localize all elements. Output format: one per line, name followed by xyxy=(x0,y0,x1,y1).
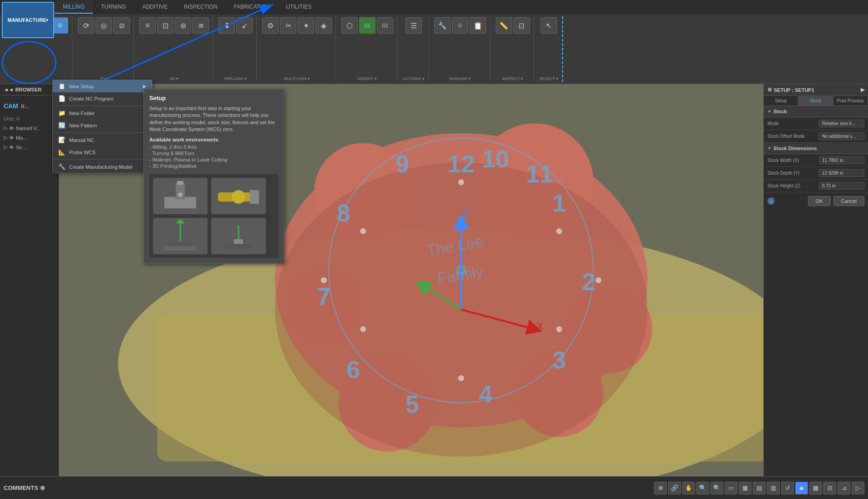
tab-additive[interactable]: ADDITIVE xyxy=(134,1,176,14)
3d-btn-3[interactable]: ⊚ xyxy=(175,17,191,34)
sidebar-item-se[interactable]: ▷ 👁 Se... xyxy=(0,142,59,152)
drill-btn-1[interactable]: ⬇ xyxy=(218,17,235,34)
setup-tooltip: Setup Setup is an important first step i… xyxy=(143,89,284,264)
sel-btn-1[interactable]: ↖ xyxy=(541,17,557,34)
svg-marker-60 xyxy=(176,219,185,223)
dropdown-new-pattern[interactable]: 🔄 New Pattern xyxy=(53,119,152,131)
mgr-btn-2[interactable]: G xyxy=(452,17,468,34)
svg-rect-61 xyxy=(164,246,196,251)
insp-btn-2[interactable]: ⊡ xyxy=(513,17,530,34)
drill-btn-2[interactable]: ↙ xyxy=(236,17,253,34)
act-btn-1[interactable]: ☰ xyxy=(406,17,422,34)
offset-mode-value[interactable]: No additional s... xyxy=(819,132,864,140)
dropdown-manual-nc[interactable]: 📝 Manual NC xyxy=(53,134,152,146)
bottom-btn-14[interactable]: ⊿ xyxy=(838,482,850,494)
panel-tab-setup[interactable]: Setup xyxy=(764,96,798,106)
depth-label: Stock Depth (Y) xyxy=(767,171,819,176)
2d-btn-2[interactable]: ◎ xyxy=(96,17,112,34)
create-nc-label: Create NC Program xyxy=(69,96,113,101)
3d-btn-2[interactable]: ⊡ xyxy=(157,17,173,34)
sidebar: ◄◄ BROWSER CAM R... Units: in ▷ 👁 Named … xyxy=(0,84,59,476)
dropdown-new-setup[interactable]: 📋 New Setup ▶ xyxy=(53,80,152,92)
bottom-btn-12[interactable]: ▦ xyxy=(809,482,822,494)
tooltip-img-lathe xyxy=(211,178,266,214)
bottom-btn-5[interactable]: 🔍 xyxy=(711,482,723,494)
panel-header-label: SETUP : SETUP1 xyxy=(774,87,814,93)
tab-utilities[interactable]: UTILITIES xyxy=(278,1,320,14)
tab-milling[interactable]: MILLING xyxy=(55,1,93,14)
cam-section-label: CAM R... xyxy=(0,96,59,115)
tab-fabrication[interactable]: FABRICATION xyxy=(225,1,278,14)
select-icons: ↖ xyxy=(541,17,557,34)
manual-nc-label: Manual NC xyxy=(69,137,94,143)
tab-turning[interactable]: TURNING xyxy=(93,1,134,14)
svg-text:6: 6 xyxy=(346,356,360,383)
new-setup-arrow: ▶ xyxy=(143,84,147,89)
bottom-btn-8[interactable]: ▤ xyxy=(753,482,766,494)
2d-btn-1[interactable]: ⟳ xyxy=(78,17,94,34)
multi-btn-2[interactable]: ✂ xyxy=(280,17,296,34)
comments-icon[interactable]: ⊕ xyxy=(40,484,45,491)
height-label: Stock Height (Z) xyxy=(767,183,819,188)
modify-icons: ⬡ G1 G2 xyxy=(341,17,393,34)
sidebar-item-mo[interactable]: ▷ 👁 Mo... xyxy=(0,133,59,142)
bottom-btn-6[interactable]: ▭ xyxy=(725,482,737,494)
panel-tab-postprocess[interactable]: Post Process xyxy=(833,96,868,106)
new-folder-icon: 📁 xyxy=(58,110,66,116)
mgr-btn-1[interactable]: 🔧 xyxy=(434,17,451,34)
3d-icons: ≡ ⊡ ⊚ ≋ xyxy=(139,17,209,34)
bottom-btn-7[interactable]: ▦ xyxy=(739,482,751,494)
mod-btn-1[interactable]: ⬡ xyxy=(341,17,358,34)
2d-btn-3[interactable]: ⊘ xyxy=(113,17,130,34)
dropdown-sep-3 xyxy=(53,159,152,160)
mod-btn-2[interactable]: G1 xyxy=(359,17,376,34)
manage-icons: 🔧 G 📋 xyxy=(434,17,486,34)
bottom-btn-15[interactable]: ▷ xyxy=(852,482,864,494)
mgr-btn-3[interactable]: 📋 xyxy=(470,17,486,34)
manufacture-button[interactable]: MANUFACTURE ▾ xyxy=(2,2,54,38)
info-icon[interactable]: i xyxy=(767,197,775,205)
height-value[interactable]: 0.75 in xyxy=(819,182,864,190)
width-row: Stock Width (X) 11.7861 in xyxy=(764,154,868,167)
dropdown-create-mfg-model[interactable]: 🔧 Create Manufacturing Model xyxy=(53,161,152,173)
3d-btn-4[interactable]: ≋ xyxy=(193,17,209,34)
sidebar-item-namedv[interactable]: ▷ 👁 Named V... xyxy=(0,123,59,133)
svg-point-56 xyxy=(232,190,245,204)
new-setup-label: New Setup xyxy=(69,84,94,89)
bottom-btn-11[interactable]: ◆ xyxy=(795,482,808,494)
width-value[interactable]: 11.7861 in xyxy=(819,156,864,164)
bottom-btn-3[interactable]: ✋ xyxy=(682,482,695,494)
insp-btn-1[interactable]: 📏 xyxy=(496,17,512,34)
mo-arrow: ▷ xyxy=(4,135,7,141)
multi-btn-3[interactable]: ✦ xyxy=(298,17,314,34)
dropdown-new-folder[interactable]: 📁 New Folder xyxy=(53,107,152,119)
svg-rect-53 xyxy=(177,181,183,185)
ok-button[interactable]: OK xyxy=(808,196,831,206)
sidebar-units: Units: in xyxy=(0,115,59,123)
mod-btn-3[interactable]: G2 xyxy=(377,17,393,34)
bottom-btn-13[interactable]: ⊟ xyxy=(823,482,836,494)
dimensions-section-title: Stock Dimensions xyxy=(764,143,868,154)
cancel-button[interactable]: Cancel xyxy=(833,196,864,206)
bottom-btn-4[interactable]: 🔍 xyxy=(696,482,709,494)
namedv-arrow: ▷ xyxy=(4,125,7,131)
multi-btn-4[interactable]: ◈ xyxy=(315,17,332,34)
se-arrow: ▷ xyxy=(4,144,7,150)
panel-tab-stock[interactable]: Stock xyxy=(798,96,833,106)
modify-label: MODIFY ▾ xyxy=(358,76,377,81)
toolbar: MILLING TURNING ADDITIVE INSPECTION FABR… xyxy=(0,0,868,84)
setup-icon-2[interactable]: G xyxy=(52,17,68,34)
bottom-btn-1[interactable]: ⊕ xyxy=(654,482,667,494)
dropdown-probe-wcs[interactable]: 📐 Probe WCS xyxy=(53,146,152,158)
tooltip-env-1: - Milling, 2 thru 5 Axis xyxy=(149,144,279,150)
3d-btn-1[interactable]: ≡ xyxy=(139,17,156,34)
bottom-btn-2[interactable]: 🔗 xyxy=(668,482,681,494)
mode-value[interactable]: Relative size b... xyxy=(819,120,864,127)
bottom-btn-10[interactable]: ↺ xyxy=(781,482,794,494)
back-icon: ◄◄ xyxy=(4,87,14,92)
depth-value[interactable]: 12.9298 in xyxy=(819,169,864,177)
bottom-btn-9[interactable]: ▥ xyxy=(767,482,780,494)
multi-btn-1[interactable]: ⚙ xyxy=(262,17,279,34)
tab-inspection[interactable]: INSPECTION xyxy=(176,1,225,14)
dropdown-create-nc[interactable]: 📄 Create NC Program xyxy=(53,92,152,105)
